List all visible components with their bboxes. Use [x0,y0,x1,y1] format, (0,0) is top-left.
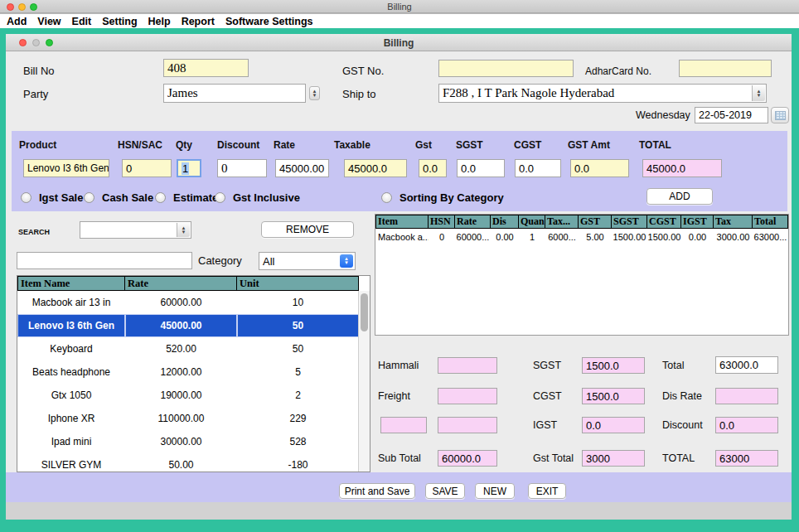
date-field[interactable]: 22-05-2019 [695,107,768,123]
cash-sale-radio[interactable] [84,192,94,203]
igst-sale-label: Igst Sale [39,191,83,204]
cart-header-rate[interactable]: Rate [455,215,491,229]
cart-header-item[interactable]: Item [375,215,429,229]
add-button[interactable]: ADD [646,188,713,205]
menu-report[interactable]: Report [182,16,215,27]
sgst-field[interactable]: 0.0 [457,159,505,177]
sub-total-field[interactable]: 60000.0 [438,450,497,467]
category-stepper-icon[interactable]: ▲▼ [340,254,353,268]
calendar-button[interactable] [771,107,789,123]
party-field[interactable]: James [163,84,306,103]
sorting-by-category-radio[interactable] [381,192,392,203]
dis-rate-field[interactable] [715,388,778,404]
cart-table: Item HSN Rate Dis Quan Tax... GST SGST C… [375,214,789,336]
freight-field[interactable] [438,388,497,404]
exit-button[interactable]: EXIT [528,483,566,499]
qty-field[interactable]: 1 [177,159,201,177]
cart-header-hsn[interactable]: HSN [429,215,455,229]
table-row[interactable]: Macbook air 13 in 60000.00 10 [17,291,370,314]
cart-header-tax2[interactable]: Tax [714,215,753,229]
cart-cell: 63000... [753,232,788,242]
new-button[interactable]: NEW [475,483,515,499]
category-dropdown[interactable]: All ▲▼ [259,252,356,270]
item-rate-cell: 45000.00 [125,314,237,337]
cart-table-header: Item HSN Rate Dis Quan Tax... GST SGST C… [375,215,788,229]
scrollbar-thumb[interactable] [361,293,368,331]
hammali-field[interactable] [438,357,497,374]
extra-charge-field[interactable] [380,417,427,433]
items-header-unit[interactable]: Unit [237,276,359,291]
items-table-scrollbar[interactable] [358,291,370,472]
window-title: Billing [0,2,799,12]
cgst-field[interactable]: 0.0 [515,159,561,177]
table-row-selected[interactable]: Lenovo I3 6th Gen 45000.00 50 [17,314,370,337]
product-col-label: Product [19,139,56,151]
save-button[interactable]: SAVE [425,483,465,499]
rate-field[interactable]: 45000.00 [275,159,329,177]
cart-header-cgst[interactable]: CGST [647,215,681,229]
cart-header-gst[interactable]: GST [579,215,612,229]
remove-button[interactable]: REMOVE [261,221,354,238]
item-unit-cell: 229 [237,407,359,430]
cart-header-quan[interactable]: Quan [519,215,545,229]
dis-rate-label: Dis Rate [662,390,702,402]
item-unit-cell: 2 [237,384,359,407]
gst-no-field[interactable] [438,60,574,77]
table-row[interactable]: Keyboard 520.00 50 [17,337,370,360]
cart-cell: 0.00 [681,232,714,242]
table-row[interactable]: SILVER GYM 50.00 -180 [17,453,370,472]
extra-charge-value-field[interactable] [438,417,497,433]
gst-field[interactable]: 0.0 [419,159,447,177]
row-total-field[interactable]: 45000.0 [642,159,722,177]
grand-total-field[interactable]: 63000 [715,450,778,467]
table-row[interactable]: Beats headphone 12000.00 5 [17,360,370,384]
item-name-cell: Ipad mini [17,430,125,453]
gst-inclusive-radio[interactable] [215,192,225,203]
cart-header-igst[interactable]: IGST [681,215,714,229]
menu-add[interactable]: Add [7,16,27,27]
adharcard-field[interactable] [679,60,772,77]
gst-total-field[interactable]: 3000 [582,450,645,467]
sorting-by-category-label: Sorting By Category [400,191,504,204]
gst-amt-field[interactable]: 0.0 [570,159,629,177]
item-filter-input[interactable] [17,252,192,269]
search-combo[interactable]: ▲▼ [80,221,191,239]
cart-header-sgst[interactable]: SGST [612,215,647,229]
cart-cell: 1 [519,232,545,242]
item-rate-cell: 520.00 [125,337,237,360]
discount-total-field[interactable]: 0.0 [715,417,778,433]
items-header-rate[interactable]: Rate [125,276,237,291]
menu-view[interactable]: View [37,16,61,27]
search-combo-stepper-icon[interactable]: ▲▼ [177,223,190,237]
igst-sale-radio[interactable] [21,192,31,203]
product-field[interactable]: Lenovo I3 6th Gen [23,159,109,177]
estimate-radio[interactable] [155,192,166,203]
print-and-save-button[interactable]: Print and Save [339,483,415,499]
taxable-field[interactable]: 45000.0 [344,159,407,177]
igst-total-field[interactable]: 0.0 [582,417,645,433]
menu-software-settings[interactable]: Software Settings [225,16,313,27]
cart-cell: 1500.00 [612,232,647,242]
ship-to-stepper-icon[interactable]: ▲▼ [752,85,765,101]
menu-edit[interactable]: Edit [72,16,92,27]
cart-header-total[interactable]: Total [753,215,788,229]
party-spinner[interactable]: ▲▼ [309,86,320,100]
table-row[interactable]: Gtx 1050 19000.00 2 [17,384,370,407]
hsn-field[interactable]: 0 [122,159,172,177]
ship-to-combo[interactable]: F288 , I T Park Nagole Hyderabad ▲▼ [438,84,767,103]
menu-help[interactable]: Help [148,16,171,27]
item-name-cell: Keyboard [17,337,125,360]
bill-no-field[interactable]: 408 [163,59,249,77]
total-field[interactable]: 63000.0 [715,356,778,374]
cart-header-tax[interactable]: Tax... [545,215,579,229]
menu-setting[interactable]: Setting [102,16,137,27]
table-row[interactable]: Ipad mini 30000.00 528 [17,430,370,453]
cart-cell: Macbook a... [375,232,429,242]
items-header-name[interactable]: Item Name [17,276,125,291]
table-row[interactable]: Iphone XR 110000.00 229 [17,407,370,430]
cart-row[interactable]: Macbook a... 0 60000... 0.00 1 6000... 5… [375,229,788,245]
cart-header-dis[interactable]: Dis [491,215,519,229]
sgst-total-field[interactable]: 1500.0 [582,357,645,374]
cgst-total-field[interactable]: 1500.0 [582,388,645,404]
discount-field[interactable]: 0 [217,159,267,177]
